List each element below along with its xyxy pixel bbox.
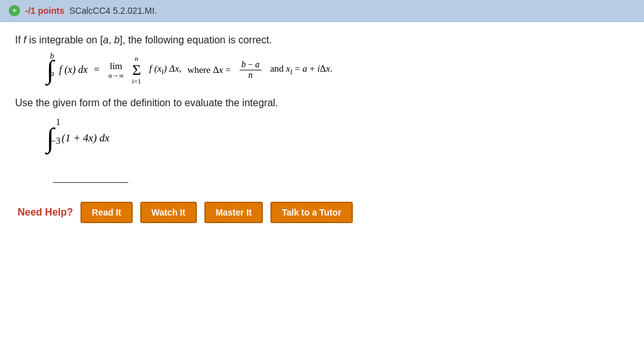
- use-statement: Use the given form of the definition to …: [15, 97, 629, 109]
- delta-x-fraction: b − a n: [240, 60, 262, 80]
- need-help-label: Need Help?: [18, 207, 73, 218]
- f-x-dx: f (x) dx: [59, 64, 87, 75]
- answer-box: [53, 168, 629, 183]
- read-it-button[interactable]: Read It: [80, 202, 133, 223]
- problem-code: SCalcCC4 5.2.021.MI.: [69, 6, 157, 16]
- header-bar: + -/1 points SCalcCC4 5.2.021.MI.: [0, 0, 644, 22]
- problem-statement: If f is integrable on [a, b], the follow…: [15, 35, 629, 46]
- equals-sign: =: [91, 64, 102, 75]
- lim-block: lim n→∞: [108, 61, 123, 79]
- points-label: -/1 points: [25, 6, 64, 16]
- answer-input[interactable]: [53, 168, 128, 183]
- integral-left: ∫ b a: [47, 56, 55, 84]
- solve-limits: 1 −3: [51, 118, 60, 146]
- solve-integrand: (1 + 4x) dx: [62, 132, 109, 145]
- where-text: where Δx =: [187, 65, 233, 75]
- main-formula: ∫ b a f (x) dx = lim n→∞ n Σ i=1 f (xi) …: [15, 55, 629, 85]
- and-xi-text: and xi = a + iΔx.: [268, 63, 333, 77]
- master-it-button[interactable]: Master It: [204, 202, 264, 223]
- solve-integral: ∫ 1 −3 (1 + 4x) dx: [15, 124, 109, 153]
- help-row: Need Help? Read It Watch It Master It Ta…: [18, 195, 629, 223]
- watch-it-button[interactable]: Watch It: [140, 202, 197, 223]
- sigma-block: n Σ i=1: [132, 55, 142, 85]
- content-area: If f is integrable on [a, b], the follow…: [0, 22, 644, 238]
- plus-icon: +: [9, 5, 20, 16]
- talk-to-tutor-button[interactable]: Talk to a Tutor: [270, 202, 352, 223]
- f-xi-deltax: f (xi) Δx,: [147, 63, 184, 77]
